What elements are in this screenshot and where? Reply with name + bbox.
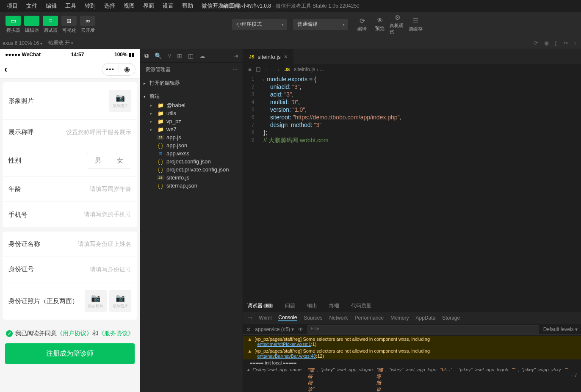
file-sitemap.json[interactable]: { }sitemap.json bbox=[150, 182, 243, 190]
levels-dropdown[interactable]: Default levels ▾ bbox=[543, 326, 578, 332]
explorer-panel: ⧉ 🔍 ⑂ ⊞ ◫ ☁ ⇥ 资源管理器 ⋯ ▸打开的编辑器 ▾前端 ▸📁@bab… bbox=[140, 49, 243, 392]
tool-云开发[interactable]: ∞云开发 bbox=[79, 16, 97, 33]
capsule-button[interactable]: ••• ◉ bbox=[102, 63, 136, 76]
menu-1[interactable]: 文件 bbox=[22, 2, 42, 10]
nav-fwd-icon[interactable]: → bbox=[275, 66, 280, 73]
dbg-tab-输出[interactable]: 输出 bbox=[305, 302, 319, 309]
menu-2[interactable]: 编辑 bbox=[42, 2, 61, 10]
tool-模拟器[interactable]: ▭模拟器 bbox=[4, 16, 22, 33]
explorer-title: 资源管理器 bbox=[145, 66, 171, 73]
devtools-tab-AppData[interactable]: AppData bbox=[415, 315, 435, 321]
menu-dots-icon[interactable]: ••• bbox=[102, 66, 119, 73]
phone-input[interactable]: 请填写您的手机号 bbox=[59, 211, 131, 218]
ext2-icon[interactable]: ◫ bbox=[188, 52, 194, 59]
id-back-photo[interactable]: 📷添加照片 bbox=[109, 290, 131, 312]
context-dropdown[interactable]: appservice (#5) ▾ bbox=[255, 326, 294, 332]
menu-0[interactable]: 项目 bbox=[3, 2, 22, 10]
search-icon[interactable]: 🔍 bbox=[155, 52, 162, 59]
menu-6[interactable]: 视图 bbox=[119, 2, 139, 10]
devtools-tab-Console[interactable]: Console bbox=[278, 315, 297, 321]
tool-清缓存[interactable]: ☰清缓存 bbox=[407, 17, 423, 33]
mode-dropdown[interactable]: 小程序模式 bbox=[232, 19, 287, 30]
open-editors-section[interactable]: ▸打开的编辑器 bbox=[140, 78, 243, 88]
close-target-icon[interactable]: ◉ bbox=[119, 65, 136, 73]
tool-编辑器[interactable]: 编辑器 bbox=[23, 16, 41, 33]
back-icon[interactable]: ‹ bbox=[4, 64, 7, 75]
dbg-tab-问题[interactable]: 问题 bbox=[283, 302, 297, 309]
cut-icon[interactable]: ✂ bbox=[564, 40, 568, 46]
file-project.config.json[interactable]: { }project.config.json bbox=[150, 157, 243, 166]
code-editor[interactable]: 1⌄module.exports = {2 uniacid: "3",3 aci… bbox=[243, 75, 581, 299]
devtools-tab-Performance[interactable]: Performance bbox=[354, 315, 384, 321]
dbg-tab-调试器[interactable]: 调试器60 bbox=[246, 302, 275, 309]
console-line: ===== init local ===== bbox=[243, 359, 581, 366]
menu-9[interactable]: 帮助 bbox=[178, 2, 197, 10]
bookmark-icon[interactable]: ☐ bbox=[256, 66, 261, 73]
age-input[interactable]: 请填写周岁年龄 bbox=[59, 185, 131, 193]
git-icon[interactable]: ⑂ bbox=[168, 52, 171, 59]
debugger-panel: 调试器60问题输出终端代码质量 ▭ WxmlConsoleSourcesNetw… bbox=[243, 299, 581, 392]
file-we7[interactable]: ▸📁we7 bbox=[150, 125, 243, 133]
agreement-row[interactable]: ✓ 我已阅读并同意 《用户协议》 和 《服务协议》 bbox=[3, 324, 137, 343]
menu-5[interactable]: 选择 bbox=[100, 2, 119, 10]
close-tab-icon[interactable]: × bbox=[284, 53, 288, 60]
tool-预览[interactable]: 👁预览 bbox=[372, 17, 388, 33]
add-photo-button[interactable]: 📷添加照片 bbox=[109, 90, 131, 112]
tool-调试器[interactable]: ≡调试器 bbox=[42, 16, 59, 33]
dbg-tab-代码质量[interactable]: 代码质量 bbox=[349, 302, 373, 309]
tool-可视化[interactable]: ⊞可视化 bbox=[60, 16, 78, 33]
submit-button[interactable]: 注册成为陪诊师 bbox=[5, 343, 135, 364]
refresh-icon[interactable]: ⟳ bbox=[534, 40, 538, 46]
editor-tab-siteinfo[interactable]: JS siteinfo.js × bbox=[243, 49, 293, 64]
filter-input[interactable] bbox=[310, 326, 536, 331]
outline-icon[interactable]: ≡ bbox=[248, 66, 252, 73]
hot-reload-toggle[interactable]: 热重载 开 bbox=[48, 39, 73, 47]
more-icon[interactable]: ⋯ bbox=[232, 67, 238, 73]
file-project.private.config.json[interactable]: { }project.private.config.json bbox=[150, 166, 243, 174]
tool-编译[interactable]: ⟳编译 bbox=[354, 17, 370, 33]
inspect-icon[interactable]: ▭ bbox=[247, 315, 252, 321]
idname-input[interactable]: 请填写身份证上姓名 bbox=[59, 240, 131, 248]
compile-dropdown[interactable]: 普通编译 bbox=[293, 19, 348, 30]
nav-back-icon[interactable]: ← bbox=[265, 66, 271, 73]
eye-icon[interactable]: 👁 bbox=[298, 326, 303, 332]
file-app.json[interactable]: { }app.json bbox=[150, 141, 243, 149]
menu-3[interactable]: 工具 bbox=[61, 2, 80, 10]
file-vp_pz[interactable]: ▸📁vp_pz bbox=[150, 117, 243, 125]
devtools-tab-Memory[interactable]: Memory bbox=[390, 315, 409, 321]
tool-真机调试[interactable]: ⚙真机调试 bbox=[390, 17, 406, 33]
user-agreement-link[interactable]: 《用户协议》 bbox=[57, 330, 92, 337]
ext3-icon[interactable]: ☁ bbox=[199, 52, 205, 59]
expand-icon[interactable]: › bbox=[574, 40, 576, 46]
nickname-input[interactable]: 设置您称呼用于服务展示 bbox=[59, 129, 131, 136]
file-siteinfo.js[interactable]: JSsiteinfo.js bbox=[150, 174, 243, 182]
gender-segment[interactable]: 男 女 bbox=[87, 153, 131, 168]
menu-4[interactable]: 转到 bbox=[80, 2, 100, 10]
device-icon[interactable]: ▯ bbox=[555, 40, 558, 46]
devtools-tab-Wxml[interactable]: Wxml bbox=[259, 315, 271, 321]
device-selector[interactable]: exus 6 100% 16 bbox=[3, 40, 42, 46]
record-icon[interactable]: ◉ bbox=[544, 40, 549, 46]
idno-input[interactable]: 请填写身份证号 bbox=[59, 266, 131, 273]
devtools-tab-Storage[interactable]: Storage bbox=[442, 315, 460, 321]
check-icon[interactable]: ✓ bbox=[6, 330, 13, 337]
ext1-icon[interactable]: ⊞ bbox=[177, 52, 182, 59]
file-utils[interactable]: ▸📁utils bbox=[150, 109, 243, 117]
toolbar: ▭模拟器编辑器≡调试器⊞可视化∞云开发 小程序模式 普通编译 ⟳编译👁预览⚙真机… bbox=[0, 12, 581, 37]
devtools-tab-Sources[interactable]: Sources bbox=[304, 315, 322, 321]
files-icon[interactable]: ⧉ bbox=[144, 52, 149, 59]
breadcrumb[interactable]: siteinfo.js › ... bbox=[294, 66, 324, 72]
collapse-icon[interactable]: ⇥ bbox=[233, 52, 238, 59]
dbg-tab-终端[interactable]: 终端 bbox=[327, 302, 341, 309]
file-app.wxss[interactable]: ≡app.wxss bbox=[150, 149, 243, 157]
file-app.js[interactable]: JSapp.js bbox=[150, 133, 243, 141]
file-@babel[interactable]: ▸📁@babel bbox=[150, 101, 243, 109]
console-line: ▲[vp_pz/pages/staff/reg] Some selectors … bbox=[243, 336, 581, 348]
menu-8[interactable]: 设置 bbox=[158, 2, 178, 10]
menu-7[interactable]: 界面 bbox=[139, 2, 158, 10]
clear-console-icon[interactable]: ⊘ bbox=[246, 326, 251, 332]
devtools-tab-Network[interactable]: Network bbox=[329, 315, 348, 321]
service-agreement-link[interactable]: 《服务协议》 bbox=[98, 330, 134, 337]
project-root[interactable]: ▾前端 bbox=[140, 91, 243, 101]
id-front-photo[interactable]: 📷添加照片 bbox=[85, 290, 107, 312]
